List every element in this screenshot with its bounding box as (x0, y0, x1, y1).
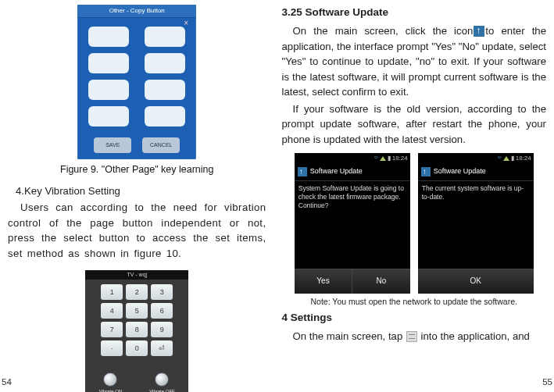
wifi-icon: ⌔ (374, 154, 378, 163)
clock: 18:24 (516, 154, 531, 163)
right-column: 3.25 Software Update On the main screen,… (277, 0, 555, 392)
figure-9-footer: SAVE CANCEL (77, 137, 196, 153)
figure-9-key-grid (88, 27, 185, 128)
figure-9-phone: Other - Copy Button × SAVE CANCEL (77, 5, 196, 159)
signal-icon (380, 156, 386, 161)
keypad-key: 5 (126, 303, 148, 319)
battery-icon: ▮ (388, 154, 391, 163)
software-update-paragraph-2: If your software is the old version, acc… (282, 102, 547, 148)
key-slot (145, 27, 185, 47)
yes-button: Yes (295, 269, 352, 294)
close-icon: × (184, 20, 190, 27)
battery-icon: ▮ (511, 154, 514, 163)
figure-10: TV - wqj 1 2 3 4 5 6 7 8 9 · 0 ⏎ (8, 270, 266, 392)
vibrate-off-toggle: Vibrate OFF (149, 372, 175, 392)
heading-4: 4 Settings (282, 310, 547, 326)
save-button: SAVE (94, 137, 131, 153)
figure-10-phone: TV - wqj 1 2 3 4 5 6 7 8 9 · 0 ⏎ (85, 270, 188, 392)
settings-paragraph: On the main screen, tap into the applica… (282, 329, 547, 344)
key-slot (145, 106, 185, 127)
toggle-knob-icon (103, 372, 117, 387)
figure-10-toggles: Vibrate ON Vibrate OFF (85, 372, 188, 392)
keypad-key: 0 (126, 340, 148, 356)
screenshot-body: System Software Update is going to check… (295, 181, 410, 213)
dialog-buttons: OK (418, 269, 534, 294)
keypad-key: · (101, 340, 123, 356)
figure-10-titlebar: TV - wqj (85, 270, 188, 280)
figure-10-keypad: 1 2 3 4 5 6 7 8 9 · 0 ⏎ (98, 284, 176, 356)
heading-3-25: 3.25 Software Update (282, 5, 547, 20)
keypad-key: 7 (101, 322, 123, 337)
cancel-button: CANCEL (142, 137, 180, 153)
screenshot-uptodate: ⌔ ▮ 18:24 Software Update The current sy… (418, 153, 534, 294)
dialog-buttons: Yes No (295, 269, 410, 294)
software-update-screenshots: ⌔ ▮ 18:24 Software Update System Softwar… (282, 153, 547, 294)
toggle-label: Vibrate ON (99, 388, 123, 392)
clock: 18:24 (392, 154, 408, 163)
status-bar: ⌔ ▮ 18:24 (295, 153, 410, 163)
software-update-icon (474, 26, 484, 37)
section-4-body: Users can according to the need for vibr… (8, 200, 266, 261)
figure-9-caption: Figure 9. "Other Page" key learning (8, 162, 266, 177)
key-slot (145, 80, 185, 100)
left-column: Other - Copy Button × SAVE CANCEL (0, 0, 277, 392)
screenshot-header: Software Update (295, 163, 410, 180)
figure-9-titlebar: Other - Copy Button (77, 5, 196, 18)
keypad-key: 1 (101, 284, 123, 300)
keypad-key: 8 (126, 322, 148, 337)
network-note: Note: You must open the network to updat… (282, 296, 547, 308)
up-arrow-icon (421, 167, 431, 176)
wifi-icon: ⌔ (498, 154, 502, 163)
p1-a: On the main screen, click the icon (293, 25, 474, 37)
screenshot-confirm: ⌔ ▮ 18:24 Software Update System Softwar… (295, 153, 410, 294)
key-slot (145, 53, 185, 73)
screenshot-title: Software Update (310, 166, 363, 176)
keypad-key: 3 (151, 284, 173, 300)
p4-a: On the main screen, tap (293, 330, 403, 342)
toggle-knob-icon (155, 372, 169, 387)
screenshot-title: Software Update (434, 166, 486, 176)
up-arrow-icon (298, 167, 307, 176)
keypad-key: 2 (126, 284, 148, 300)
page-number-right: 55 (542, 376, 552, 389)
key-slot (88, 80, 129, 100)
ok-button: OK (418, 269, 534, 294)
vibrate-on-toggle: Vibrate ON (99, 372, 123, 392)
figure-9: Other - Copy Button × SAVE CANCEL (8, 5, 266, 159)
keypad-key: 6 (151, 303, 173, 319)
key-slot (88, 106, 129, 127)
screenshot-body: The current system software is up-to-dat… (418, 181, 534, 205)
screenshot-header: Software Update (418, 163, 534, 180)
no-button: No (352, 269, 410, 294)
keypad-key: ⏎ (151, 340, 173, 356)
key-slot (88, 53, 129, 73)
keypad-key: 9 (151, 322, 173, 337)
page-spread: Other - Copy Button × SAVE CANCEL (0, 0, 554, 392)
keypad-key: 4 (101, 303, 123, 319)
signal-icon (503, 156, 509, 161)
status-bar: ⌔ ▮ 18:24 (418, 153, 534, 163)
settings-icon (406, 331, 417, 342)
key-slot (88, 27, 129, 47)
p4-b: into the application, and (421, 330, 530, 342)
software-update-paragraph-1: On the main screen, click the iconto ent… (282, 23, 547, 100)
section-4-title: 4.Key Vibration Setting (8, 184, 266, 199)
page-number-left: 54 (2, 376, 12, 389)
toggle-label: Vibrate OFF (149, 388, 175, 392)
